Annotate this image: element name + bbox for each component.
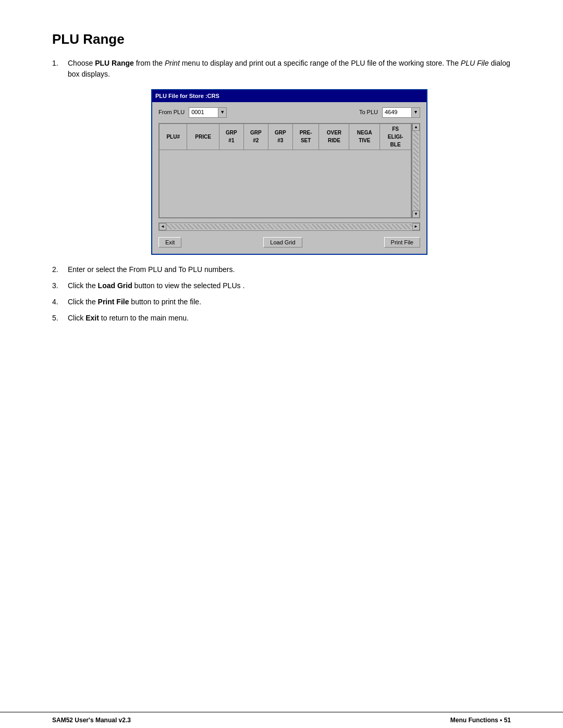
dialog-buttons: Exit Load Grid Print File bbox=[158, 235, 420, 249]
horizontal-scrollbar[interactable]: ◄ ► bbox=[158, 223, 420, 231]
page-footer: SAM52 User's Manual v2.3 Menu Functions … bbox=[0, 712, 563, 728]
dialog-titlebar: PLU File for Store :CRS bbox=[152, 90, 426, 102]
instruction-list: 1. Choose PLU Range from the Print menu … bbox=[52, 58, 511, 324]
instruction-5-num: 5. bbox=[52, 313, 58, 324]
page-title: PLU Range bbox=[52, 31, 511, 47]
to-plu-label: To PLU bbox=[359, 108, 378, 117]
scroll-down-button[interactable]: ▼ bbox=[412, 211, 420, 218]
col-override: OVERRIDE bbox=[319, 124, 349, 150]
empty-data-area bbox=[160, 150, 411, 217]
plu-file-dialog: PLU File for Store :CRS From PLU 0001 ▼ … bbox=[151, 89, 427, 255]
to-plu-arrow[interactable]: ▼ bbox=[411, 108, 420, 117]
exit-button[interactable]: Exit bbox=[158, 237, 181, 248]
instruction-1-num: 1. bbox=[52, 58, 58, 69]
grid-area: PLU# PRICE GRP#1 GRP#2 GRP#3 PRE-SET OVE… bbox=[158, 123, 420, 218]
instruction-3: 3. Click the Load Grid button to view th… bbox=[52, 280, 511, 291]
data-grid: PLU# PRICE GRP#1 GRP#2 GRP#3 PRE-SET OVE… bbox=[159, 124, 411, 218]
instruction-4-text: Click the Print File button to print the… bbox=[68, 298, 201, 306]
to-plu-value: 4649 bbox=[383, 108, 411, 117]
footer-left: SAM52 User's Manual v2.3 bbox=[52, 717, 131, 724]
col-plu: PLU# bbox=[160, 124, 187, 150]
load-grid-button[interactable]: Load Grid bbox=[263, 237, 302, 248]
instruction-2: 2. Enter or select the From PLU and To P… bbox=[52, 264, 511, 275]
col-pre-set: PRE-SET bbox=[292, 124, 319, 150]
col-fs-eligible: FSELIGI-BLE bbox=[380, 124, 411, 150]
to-plu-select[interactable]: 4649 ▼ bbox=[382, 107, 420, 118]
print-italic: Print bbox=[165, 59, 180, 67]
col-grp1: GRP#1 bbox=[219, 124, 243, 150]
from-plu-value: 0001 bbox=[189, 108, 218, 117]
from-plu-select[interactable]: 0001 ▼ bbox=[189, 107, 227, 118]
print-file-bold: Print File bbox=[98, 298, 129, 306]
instruction-2-text: Enter or select the From PLU and To PLU … bbox=[68, 265, 235, 274]
scroll-left-button[interactable]: ◄ bbox=[159, 223, 166, 230]
scroll-track-horizontal bbox=[166, 224, 412, 229]
col-grp3: GRP#3 bbox=[268, 124, 292, 150]
instruction-4: 4. Click the Print File button to print … bbox=[52, 297, 511, 307]
plu-range-bold: PLU Range bbox=[95, 59, 134, 67]
dialog-top-row: From PLU 0001 ▼ To PLU 4649 ▼ bbox=[158, 107, 420, 118]
data-row-empty bbox=[160, 150, 411, 217]
from-plu-label: From PLU bbox=[158, 108, 185, 117]
print-file-button[interactable]: Print File bbox=[384, 237, 420, 248]
grid-wrapper: PLU# PRICE GRP#1 GRP#2 GRP#3 PRE-SET OVE… bbox=[158, 123, 412, 218]
instruction-1-text: Choose PLU Range from the Print menu to … bbox=[68, 59, 510, 78]
instruction-3-num: 3. bbox=[52, 280, 58, 291]
col-price: PRICE bbox=[187, 124, 219, 150]
instruction-5-text: Click Exit to return to the main menu. bbox=[68, 314, 189, 322]
exit-bold: Exit bbox=[85, 314, 99, 322]
instruction-3-text: Click the Load Grid button to view the s… bbox=[68, 281, 244, 290]
from-plu-arrow[interactable]: ▼ bbox=[218, 108, 226, 117]
instruction-2-num: 2. bbox=[52, 264, 58, 275]
vertical-scrollbar[interactable]: ▲ ▼ bbox=[412, 123, 420, 218]
dialog-body: From PLU 0001 ▼ To PLU 4649 ▼ bbox=[152, 102, 426, 254]
instruction-4-num: 4. bbox=[52, 297, 58, 307]
footer-right: Menu Functions • 51 bbox=[450, 717, 511, 724]
col-grp2: GRP#2 bbox=[243, 124, 268, 150]
instruction-5: 5. Click Exit to return to the main menu… bbox=[52, 313, 511, 324]
plu-file-italic: PLU File bbox=[461, 59, 489, 67]
col-negative: NEGATIVE bbox=[349, 124, 380, 150]
scroll-right-button[interactable]: ► bbox=[412, 223, 420, 230]
scroll-up-button[interactable]: ▲ bbox=[412, 124, 420, 131]
scroll-track-vertical bbox=[413, 131, 419, 211]
load-grid-bold: Load Grid bbox=[98, 281, 132, 290]
instruction-1: 1. Choose PLU Range from the Print menu … bbox=[52, 58, 511, 255]
dialog-container: PLU File for Store :CRS From PLU 0001 ▼ … bbox=[68, 89, 511, 255]
